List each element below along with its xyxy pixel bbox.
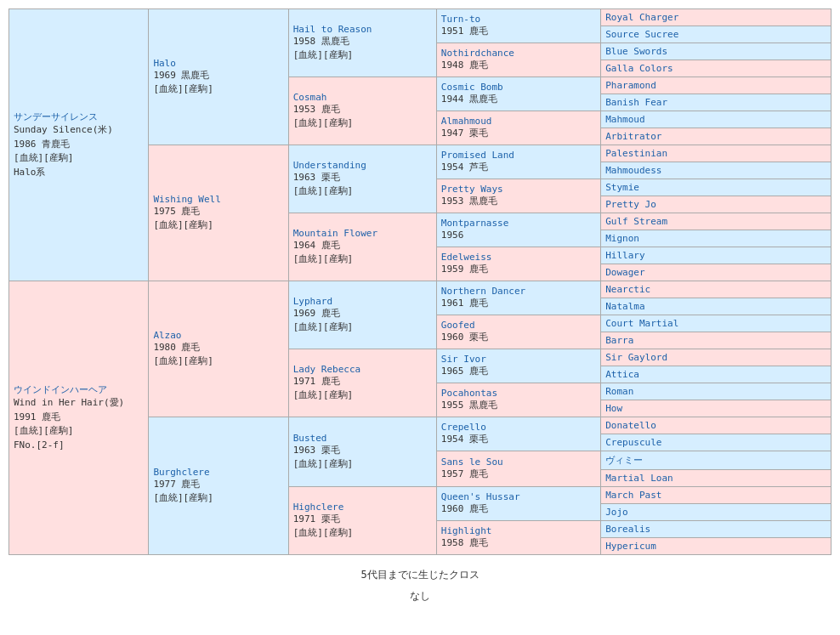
col3-ladyrebecca-cell: Lady Rebecca 1971 鹿毛 [血統][産駒]	[288, 349, 436, 417]
attica: Attica	[605, 369, 639, 380]
htr-name: Hail to Reason	[293, 24, 432, 35]
crepuscule: Crepuscule	[605, 437, 661, 448]
montparnasse-name: Montparnasse	[441, 218, 596, 229]
col5-roman-cell: Roman	[601, 383, 831, 400]
lyphard-name: Lyphard	[293, 296, 432, 307]
col2-wishingwell-cell: Wishing Well 1975 鹿毛 [血統][産駒]	[149, 145, 288, 281]
col3-highclere-cell: Highclere 1971 栗毛 [血統][産駒]	[288, 487, 436, 555]
col4-crepello-cell: Crepello 1954 栗毛	[436, 417, 600, 451]
col1-bottom-cell: ウインドインハーヘア Wind in Her Hair(愛) 1991 鹿毛 […	[9, 281, 149, 555]
horse2-tags: [血統][産駒]	[14, 424, 144, 439]
col5-palestinian-cell: Palestinian	[601, 145, 831, 162]
col3-htr-cell: Hail to Reason 1958 黒鹿毛 [血統][産駒]	[288, 9, 436, 77]
edelweiss-year: 1959 鹿毛	[441, 263, 596, 277]
col3-understanding-cell: Understanding 1963 栗毛 [血統][産駒]	[288, 145, 436, 213]
horse1-name: サンデーサイレンス	[14, 111, 144, 123]
highclere-name: Highclere	[293, 502, 432, 513]
col5-natalma-cell: Natalma	[601, 298, 831, 315]
wishingwell-tags: [血統][産駒]	[153, 218, 283, 233]
horse2-name: ウインドインハーヘア	[14, 383, 144, 396]
busted-tags: [血統][産駒]	[293, 457, 432, 472]
mountainflower-name: Mountain Flower	[293, 228, 432, 239]
highclere-tags: [血統][産駒]	[293, 526, 432, 541]
col3-mountainflower-cell: Mountain Flower 1964 鹿毛 [血統][産駒]	[288, 213, 436, 281]
borealis: Borealis	[605, 524, 650, 535]
understanding-year: 1963 栗毛	[293, 171, 432, 185]
col5-blueswords-cell: Blue Swords	[601, 43, 831, 60]
col2-alzao-cell: Alzao 1980 鹿毛 [血統][産駒]	[149, 281, 288, 417]
col5-dowager-cell: Dowager	[601, 264, 831, 281]
highlight-year: 1958 鹿毛	[441, 536, 596, 551]
queenshussar-name: Queen's Hussar	[441, 491, 596, 502]
col5-gallacolors-cell: Galla Colors	[601, 60, 831, 77]
col4-queenshussar-cell: Queen's Hussar 1960 鹿毛	[436, 487, 600, 521]
pretty-jo: Pretty Jo	[605, 199, 656, 210]
col5-how-cell: How	[601, 400, 831, 417]
almahmoud-name: Almahmoud	[441, 116, 596, 127]
horse1-tags: [血統][産駒]	[14, 151, 144, 166]
roman: Roman	[605, 386, 633, 397]
nothird-name: Nothirdchance	[441, 48, 596, 59]
queenshussar-year: 1960 鹿毛	[441, 502, 596, 517]
col1-top-cell: サンデーサイレンス Sunday Silence(米) 1986 青鹿毛 [血統…	[9, 9, 149, 281]
ladyrebecca-name: Lady Rebecca	[293, 364, 432, 375]
crepello-name: Crepello	[441, 422, 596, 433]
col5-pharamond-cell: Pharamond	[601, 77, 831, 94]
hypericum: Hypericum	[605, 541, 656, 552]
col4-pocahontas-cell: Pocahontas 1955 黒鹿毛	[436, 383, 600, 417]
horse1-year: 1986 青鹿毛	[14, 138, 144, 152]
galla-colors: Galla Colors	[605, 63, 673, 74]
footer-label: 5代目までに生じたクロス	[360, 569, 479, 581]
promisedland-year: 1954 芦毛	[441, 161, 596, 175]
htr-tags: [血統][産駒]	[293, 48, 432, 63]
mountainflower-year: 1964 鹿毛	[293, 239, 432, 253]
turnto-year: 1951 鹿毛	[441, 25, 596, 39]
col5-nearctic-cell: Nearctic	[601, 281, 831, 298]
col4-edelweiss-cell: Edelweiss 1959 鹿毛	[436, 247, 600, 281]
prettyways-name: Pretty Ways	[441, 184, 596, 195]
col4-almahmoud-cell: Almahmoud 1947 栗毛	[436, 111, 600, 145]
cosmah-name: Cosmah	[293, 92, 432, 103]
cosmicbomb-name: Cosmic Bomb	[441, 82, 596, 93]
col5-vimee-cell: ヴィミー	[601, 451, 831, 470]
goofed-year: 1960 栗毛	[441, 331, 596, 345]
lyphard-year: 1969 鹿毛	[293, 307, 432, 321]
htr-year: 1958 黒鹿毛	[293, 35, 432, 49]
sanslesou-name: Sans le Sou	[441, 456, 596, 468]
col4-montparnasse-cell: Montparnasse 1956	[436, 213, 600, 247]
col4-sirivor-cell: Sir Ivor 1965 鹿毛	[436, 349, 600, 383]
sirivor-name: Sir Ivor	[441, 354, 596, 365]
col3-busted-cell: Busted 1963 栗毛 [血統][産駒]	[288, 417, 436, 487]
nearctic: Nearctic	[605, 284, 650, 295]
burghclere-name: Burghclere	[153, 467, 283, 478]
col5-mahmoud-cell: Mahmoud	[601, 111, 831, 128]
col5-source-sucree-cell: Source Sucree	[601, 26, 831, 43]
dowager: Dowager	[605, 267, 644, 278]
gulf-stream: Gulf Stream	[605, 216, 667, 227]
col5-banishfear-cell: Banish Fear	[601, 94, 831, 111]
col3-lyphard-cell: Lyphard 1969 鹿毛 [血統][産駒]	[288, 281, 436, 349]
pocahontas-year: 1955 黒鹿毛	[441, 399, 596, 413]
highclere-year: 1971 栗毛	[293, 513, 432, 527]
vimee: ヴィミー	[605, 455, 643, 466]
col5-sirgaylord-cell: Sir Gaylord	[601, 349, 831, 366]
col5-royalcharger-cell: Royal Charger	[601, 9, 831, 26]
col2-burghclere-cell: Burghclere 1977 鹿毛 [血統][産駒]	[149, 417, 288, 555]
horse2-name-en: Wind in Her Hair(愛)	[14, 396, 144, 411]
col4-cosmicbomb-cell: Cosmic Bomb 1944 黒鹿毛	[436, 77, 600, 111]
footer-sub-text: なし	[9, 589, 831, 604]
col5-stymie-cell: Stymie	[601, 179, 831, 196]
understanding-tags: [血統][産駒]	[293, 184, 432, 199]
march-past: March Past	[605, 490, 661, 501]
col4-prettyways-cell: Pretty Ways 1953 黒鹿毛	[436, 179, 600, 213]
arbitrator: Arbitrator	[605, 131, 661, 142]
sanslesou-year: 1957 鹿毛	[441, 468, 596, 482]
crepello-year: 1954 栗毛	[441, 433, 596, 447]
col5-mahmoudess-cell: Mahmoudess	[601, 162, 831, 179]
horse2-fno: FNo.[2-f]	[14, 439, 144, 453]
sir-gaylord: Sir Gaylord	[605, 352, 667, 363]
highlight-name: Highlight	[441, 525, 596, 536]
sirivor-year: 1965 鹿毛	[441, 365, 596, 379]
hillary: Hillary	[605, 250, 644, 261]
banish-fear: Banish Fear	[605, 97, 667, 108]
